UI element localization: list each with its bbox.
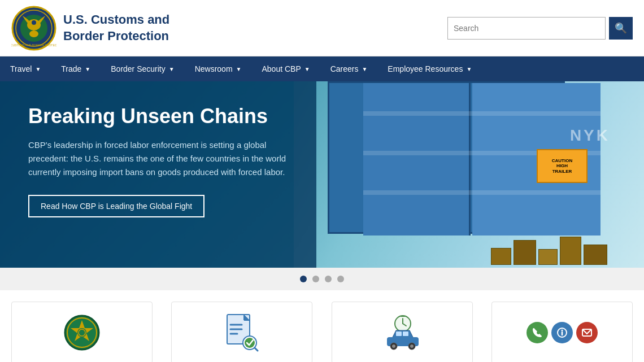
card-contact[interactable] — [491, 302, 633, 362]
svg-rect-28 — [403, 332, 408, 336]
svg-point-32 — [410, 344, 414, 348]
nav-label-employee: Employee Resources — [388, 64, 463, 73]
container-label: NYK — [570, 127, 610, 145]
feature-cards — [0, 290, 644, 362]
document-check-icon — [225, 313, 259, 352]
chevron-down-icon: ▼ — [466, 66, 472, 72]
hero-content: Breaking Unseen Chains CBP's leadership … — [0, 81, 316, 240]
hero-description: CBP's leadership in forced labor enforce… — [28, 138, 288, 179]
container-body — [328, 81, 565, 234]
svg-point-20 — [245, 338, 255, 348]
contact-icon-area — [542, 313, 582, 352]
search-area: 🔍 — [447, 17, 633, 40]
box-5 — [584, 245, 607, 265]
svg-line-21 — [255, 348, 258, 351]
hero-cta-button[interactable]: Read How CBP is Leading the Global Fight — [28, 195, 204, 217]
svg-point-35 — [561, 330, 563, 332]
card-wait-times[interactable] — [332, 302, 473, 362]
slide-dot-4[interactable] — [337, 276, 344, 282]
caution-sign: CAUTION HIGH TRAILER — [537, 149, 588, 183]
svg-point-4 — [29, 30, 38, 37]
search-input[interactable] — [447, 17, 606, 40]
hero-background: NYK CAUTION HIGH TRAILER — [294, 81, 644, 268]
nav-label-trade: Trade — [61, 64, 81, 73]
svg-point-31 — [392, 344, 395, 348]
card-trusted-traveler[interactable] — [11, 302, 153, 362]
container-door-left — [363, 83, 471, 235]
logo-area: U.S. CUSTOMS AND BORDER PROTECTION U.S. … — [11, 6, 447, 51]
slide-dot-2[interactable] — [312, 276, 319, 282]
nav-item-trade[interactable]: Trade ▼ — [51, 56, 101, 81]
contact-icons-group — [526, 322, 598, 343]
forms-icon-area — [222, 313, 262, 352]
nav-item-travel[interactable]: Travel ▼ — [0, 56, 51, 81]
info-icon — [551, 322, 573, 343]
site-header: U.S. CUSTOMS AND BORDER PROTECTION U.S. … — [0, 0, 644, 56]
box-4 — [560, 237, 581, 265]
star-badge-icon — [64, 315, 100, 351]
email-icon — [576, 322, 598, 343]
nav-item-about[interactable]: About CBP ▼ — [251, 56, 320, 81]
wait-times-icon-area — [382, 313, 422, 352]
box-3 — [538, 249, 558, 265]
box-2 — [514, 240, 536, 265]
chevron-down-icon: ▼ — [169, 66, 175, 72]
chevron-down-icon: ▼ — [85, 66, 90, 72]
phone-icon — [526, 322, 548, 343]
vehicle-timer-icon — [382, 315, 422, 351]
svg-rect-27 — [396, 332, 402, 336]
chevron-down-icon: ▼ — [304, 66, 310, 72]
search-icon: 🔍 — [615, 22, 627, 34]
cbp-seal-icon: U.S. CUSTOMS AND BORDER PROTECTION — [11, 6, 56, 51]
org-name: U.S. Customs and Border Protection — [63, 12, 169, 44]
slide-dot-3[interactable] — [325, 276, 332, 282]
svg-text:U.S. CUSTOMS AND BORDER PROTEC: U.S. CUSTOMS AND BORDER PROTECTION — [11, 43, 56, 47]
slide-dots — [0, 268, 644, 290]
nav-label-border: Border Security — [111, 64, 165, 73]
nav-label-newsroom: Newsroom — [195, 64, 233, 73]
nav-item-border[interactable]: Border Security ▼ — [101, 56, 184, 81]
hero-title: Breaking Unseen Chains — [28, 104, 288, 128]
nav-item-newsroom[interactable]: Newsroom ▼ — [185, 56, 252, 81]
slide-dot-1[interactable] — [300, 276, 307, 282]
svg-point-5 — [32, 20, 36, 25]
chevron-down-icon: ▼ — [236, 66, 242, 72]
nav-item-employee[interactable]: Employee Resources ▼ — [377, 56, 482, 81]
cargo-boxes — [491, 237, 607, 265]
nav-item-careers[interactable]: Careers ▼ — [320, 56, 378, 81]
chevron-down-icon: ▼ — [35, 66, 41, 72]
search-button[interactable]: 🔍 — [609, 17, 633, 40]
main-nav: Travel ▼ Trade ▼ Border Security ▼ Newsr… — [0, 56, 644, 81]
container-stripe-1 — [363, 111, 601, 116]
nav-label-about: About CBP — [262, 64, 301, 73]
nav-label-travel: Travel — [10, 64, 32, 73]
card-forms[interactable] — [171, 302, 312, 362]
box-1 — [491, 248, 511, 265]
nav-label-careers: Careers — [330, 64, 359, 73]
trusted-traveler-icon-area — [62, 313, 102, 352]
chevron-down-icon: ▼ — [362, 66, 367, 72]
container-stripe-3 — [363, 190, 601, 195]
hero-section: NYK CAUTION HIGH TRAILER Breaking Unseen… — [0, 81, 644, 268]
